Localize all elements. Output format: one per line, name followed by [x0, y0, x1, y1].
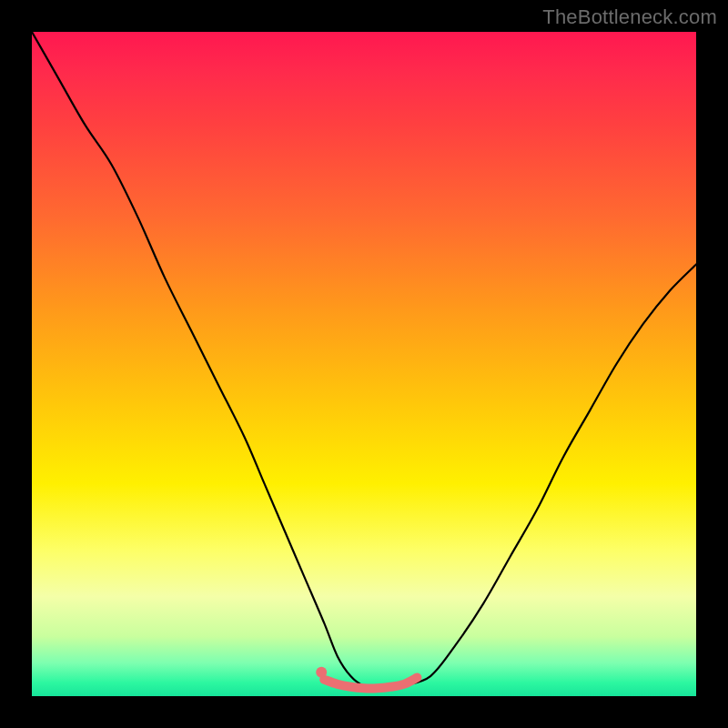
chart-frame: TheBottleneck.com [0, 0, 728, 728]
curve-svg [32, 32, 696, 696]
plot-area [32, 32, 696, 696]
watermark-text: TheBottleneck.com [542, 5, 717, 29]
sweet-spot-start-dot [316, 667, 327, 678]
sweet-spot-band-path [324, 678, 417, 689]
bottleneck-curve-path [32, 32, 696, 689]
